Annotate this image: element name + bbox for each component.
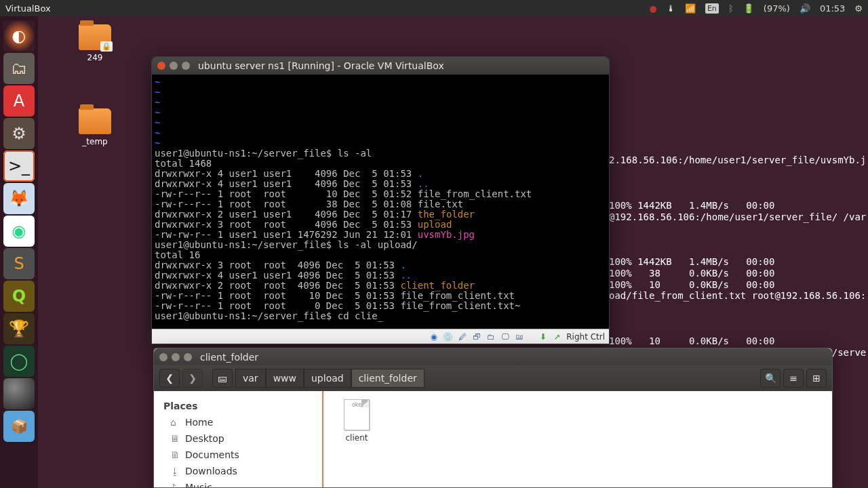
icon-view[interactable]: oke client	[323, 391, 832, 487]
hdd-icon[interactable]: 💿	[443, 331, 453, 342]
sidebar-item-home[interactable]: ⌂Home	[154, 414, 322, 430]
vm-statusbar: ◉ 💿 🖉 🗗 🗀 🖵 🖭 ⬇ ➚ Right Ctrl	[152, 329, 609, 344]
battery-percent: (97%)	[764, 3, 790, 14]
system-tray: ● 🌡 📶 En ᛒ 🔋 (97%) 🔊 01:53 ⚙	[650, 3, 863, 14]
firefox-icon[interactable]: 🦊	[3, 183, 35, 214]
vm-window-titlebar[interactable]: ubuntu server ns1 [Running] - Oracle VM …	[152, 57, 609, 75]
shared-icon[interactable]: 🗀	[486, 331, 496, 342]
temp-icon[interactable]: 🌡	[667, 3, 675, 14]
back-button[interactable]: ❮	[159, 369, 180, 388]
folder-icon	[79, 24, 111, 50]
sound-icon[interactable]: 🔊	[800, 3, 810, 14]
vm-window: ubuntu server ns1 [Running] - Oracle VM …	[151, 56, 610, 344]
sidebar-item-label: Home	[185, 417, 213, 428]
forward-button[interactable]: ❯	[182, 369, 203, 388]
file-label: client	[332, 433, 382, 443]
cd-icon[interactable]: ◉	[429, 331, 439, 342]
desktop-folder-249[interactable]: 249	[68, 24, 122, 62]
display-icon[interactable]: 🖵	[500, 331, 510, 342]
files-app-icon[interactable]: 🗂	[3, 53, 35, 84]
clock[interactable]: 01:53	[820, 3, 845, 14]
capture-icon[interactable]: ⬇	[538, 331, 548, 342]
sidebar-item-label: Documents	[185, 449, 239, 460]
settings-icon[interactable]: ⚙	[3, 118, 35, 149]
nautilus-titlebar[interactable]: client_folder	[154, 348, 832, 365]
maximize-icon[interactable]	[184, 353, 192, 361]
terminal-icon[interactable]: >_	[3, 150, 35, 182]
documents-icon: 🗎	[170, 449, 180, 460]
breadcrumb-upload[interactable]: upload	[304, 369, 351, 388]
sublime-icon[interactable]: S	[3, 248, 35, 279]
downloads-icon: ⭳	[170, 466, 180, 476]
unity-launcher: ◐ 🗂 A ⚙ >_ 🦊 ◉ S Q 🏆 ◯ 📦	[0, 16, 38, 488]
record-icon[interactable]: ●	[650, 3, 657, 14]
breadcrumb-var[interactable]: var	[235, 369, 266, 388]
top-menubar: VirtualBox ● 🌡 📶 En ᛒ 🔋 (97%) 🔊 01:53 ⚙	[0, 0, 868, 16]
rec-icon[interactable]: 🖭	[514, 331, 524, 342]
folder-label: 249	[68, 53, 122, 62]
battery-icon[interactable]: 🔋	[743, 3, 754, 14]
dash-icon[interactable]: ◐	[3, 20, 35, 52]
search-button[interactable]: 🔍	[760, 369, 781, 388]
places-sidebar: Places ⌂Home🖥Desktop🗎Documents⭳Downloads…	[154, 391, 323, 487]
view-grid-button[interactable]: ⊞	[806, 369, 827, 388]
music-icon: ♪	[170, 482, 180, 488]
sidebar-item-downloads[interactable]: ⭳Downloads	[154, 463, 322, 479]
sidebar-item-label: Desktop	[185, 433, 224, 444]
maximize-icon[interactable]	[182, 62, 190, 70]
path-root-icon[interactable]: 🖴	[212, 369, 233, 388]
host-key-label: Right Ctrl	[566, 332, 605, 342]
close-icon[interactable]	[157, 62, 165, 70]
nautilus-title-text: client_folder	[200, 352, 258, 363]
desktop-folder-temp[interactable]: _temp	[68, 108, 122, 146]
usb-icon[interactable]: 🖉	[457, 331, 467, 342]
virtualbox-icon[interactable]: 📦	[3, 411, 35, 442]
background-terminal-output: 2.168.56.106:/home/user1/server_file/uvs…	[609, 155, 868, 359]
folder-icon	[79, 108, 111, 134]
vm-title-text: ubuntu server ns1 [Running] - Oracle VM …	[198, 60, 444, 71]
net-icon[interactable]: 🗗	[471, 331, 481, 342]
nautilus-toolbar: ❮ ❯ 🖴 varwwwuploadclient_folder 🔍 ≡ ⊞	[154, 365, 832, 391]
sidebar-item-desktop[interactable]: 🖥Desktop	[154, 430, 322, 447]
sidebar-item-label: Downloads	[185, 466, 237, 476]
breadcrumb-client_folder[interactable]: client_folder	[351, 369, 425, 388]
minimize-icon[interactable]	[172, 353, 180, 361]
camera-icon[interactable]	[3, 378, 35, 409]
file-item-client[interactable]: oke client	[332, 399, 382, 443]
breadcrumb-www[interactable]: www	[266, 369, 304, 388]
document-icon: oke	[344, 399, 370, 430]
desktop-icon: 🖥	[170, 433, 180, 444]
trophy-icon[interactable]: 🏆	[3, 313, 35, 344]
green-app-icon[interactable]: ◯	[3, 346, 35, 377]
folder-label: _temp	[68, 137, 122, 146]
places-heading: Places	[154, 398, 322, 414]
sidebar-item-documents[interactable]: 🗎Documents	[154, 447, 322, 463]
minimize-icon[interactable]	[170, 62, 178, 70]
wifi-icon[interactable]: 📶	[685, 3, 696, 14]
language-indicator[interactable]: En	[705, 3, 719, 14]
sidebar-item-music[interactable]: ♪Music	[154, 479, 322, 488]
nautilus-window: client_folder ❮ ❯ 🖴 varwwwuploadclient_f…	[153, 348, 833, 488]
home-icon: ⌂	[170, 417, 180, 428]
sidebar-item-label: Music	[185, 482, 212, 488]
qgis-icon[interactable]: Q	[3, 281, 35, 312]
close-icon[interactable]	[159, 353, 167, 361]
menu-button[interactable]: ≡	[783, 369, 804, 388]
software-center-icon[interactable]: A	[3, 85, 35, 117]
gear-icon[interactable]: ⚙	[854, 3, 863, 14]
bluetooth-icon[interactable]: ᛒ	[728, 3, 734, 14]
vm-console[interactable]: ~~~~~~~user1@ubuntu-ns1:~/server_file$ l…	[152, 75, 609, 329]
mouse-icon[interactable]: ➚	[552, 331, 562, 342]
active-app-title[interactable]: VirtualBox	[5, 3, 51, 14]
chrome-icon[interactable]: ◉	[3, 216, 35, 247]
